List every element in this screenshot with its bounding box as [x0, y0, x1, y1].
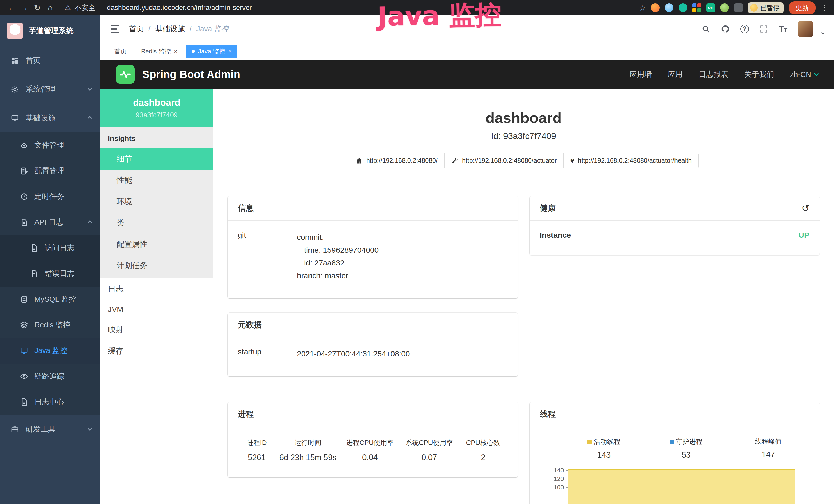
app-logo-icon: [7, 23, 23, 39]
sidebar-item-error-logs[interactable]: 错误日志: [0, 261, 100, 287]
back-icon[interactable]: ←: [6, 2, 18, 14]
active-tab-dot: [192, 50, 195, 53]
locale-label: zh-CN: [790, 70, 811, 79]
metadata-card: 元数据 startup 2021-04-27T00:44:31.254+08:0…: [227, 313, 518, 376]
sba-nav-wallboard[interactable]: 应用墙: [630, 69, 652, 79]
health-instance-row[interactable]: Instance UP: [540, 231, 810, 246]
sidebar-item-mysql-monitor[interactable]: MySQL 监控: [0, 287, 100, 312]
refresh-icon[interactable]: ↻: [31, 2, 43, 14]
sync-extension-icon[interactable]: [679, 3, 687, 12]
browser-menu-icon[interactable]: ⋮: [821, 4, 828, 12]
sidebar-item-label: 文件管理: [35, 140, 64, 151]
tab-redis-monitor[interactable]: Redis 监控 ×: [136, 45, 183, 58]
service-url-button[interactable]: http://192.168.0.2:48080/: [349, 153, 445, 168]
sidebar-item-api-logs[interactable]: API 日志: [0, 209, 100, 235]
sba-item-jvm[interactable]: JVM: [100, 300, 213, 319]
sba-item-metrics[interactable]: 性能: [100, 170, 213, 191]
bookmark-star-icon[interactable]: ☆: [639, 3, 646, 12]
threads-card: 线程 活动线程 143: [530, 402, 820, 504]
github-icon[interactable]: [721, 24, 730, 33]
leaf-extension-icon[interactable]: [720, 3, 729, 12]
sba-item-logs[interactable]: 日志: [100, 278, 213, 300]
sba-app-header[interactable]: dashboard 93a3fc7f7409: [100, 89, 213, 127]
page-title: dashboard: [227, 109, 820, 126]
sidebar-item-label: API 日志: [35, 217, 63, 228]
clock-icon: [20, 192, 28, 201]
sidebar-item-file-management[interactable]: 文件管理: [0, 133, 100, 158]
locale-selector[interactable]: zh-CN: [790, 70, 818, 79]
history-icon[interactable]: ↺: [802, 203, 809, 214]
app-logo-row[interactable]: 芋道管理系统: [0, 16, 100, 46]
switch-extension-icon[interactable]: on: [706, 3, 715, 12]
sba-item-configprops[interactable]: 配置属性: [100, 234, 213, 255]
legend-live-threads: 活动线程 143: [563, 437, 645, 460]
wrench-icon: [451, 157, 459, 164]
address-bar[interactable]: ⚠ 不安全 dashboard.yudao.iocoder.cn/infra/a…: [65, 3, 252, 12]
health-url: http://192.168.0.2:48080/actuator/health: [578, 157, 692, 164]
sidebar-item-label: 系统管理: [26, 84, 56, 94]
system-cpu-value: 0.07: [400, 451, 459, 468]
sba-item-classes[interactable]: 类: [100, 212, 213, 234]
blocks-extension-icon[interactable]: [693, 3, 701, 12]
home-icon[interactable]: ⌂: [44, 2, 56, 14]
sidebar-item-infra[interactable]: 基础设施: [0, 104, 100, 133]
sba-nav-applications[interactable]: 应用: [668, 69, 683, 79]
close-icon[interactable]: ×: [174, 48, 177, 54]
col-cpu-cores: CPU核心数: [459, 437, 507, 451]
sidebar-item-system[interactable]: 系统管理: [0, 75, 100, 104]
fox-extension-icon[interactable]: [651, 3, 660, 12]
sba-item-caches[interactable]: 缓存: [100, 340, 213, 362]
sidebar-item-devtools[interactable]: 研发工具: [0, 415, 100, 444]
sidebar-item-label: 错误日志: [45, 269, 74, 279]
sidebar-item-java-monitor[interactable]: Java 监控: [0, 338, 100, 364]
sba-item-details[interactable]: 细节: [100, 148, 213, 170]
update-button[interactable]: 更新: [789, 1, 815, 15]
health-url-button[interactable]: ♥ http://192.168.0.2:48080/actuator/heal…: [564, 153, 699, 168]
legend-value: 143: [563, 450, 645, 460]
search-icon[interactable]: [701, 24, 710, 33]
text-size-icon[interactable]: TT: [779, 24, 787, 33]
card-row-3: 进程 进程ID 运行时间 进程CPU使用率 系统CPU使用率 CPU核心数: [227, 402, 820, 504]
forward-icon[interactable]: →: [19, 2, 30, 14]
tab-home[interactable]: 首页: [109, 45, 132, 58]
drop-extension-icon[interactable]: [665, 3, 674, 12]
sba-section-label: Insights: [100, 127, 213, 148]
sidebar-item-access-logs[interactable]: 访问日志: [0, 235, 100, 261]
tab-label: Java 监控: [198, 47, 225, 55]
paused-badge-label: 已暂停: [760, 4, 780, 12]
sidebar-item-scheduled-jobs[interactable]: 定时任务: [0, 184, 100, 209]
avatar[interactable]: [797, 21, 813, 37]
threads-card-header: 线程: [530, 402, 820, 427]
chevron-up-icon: [88, 116, 92, 120]
paused-badge[interactable]: 已暂停: [748, 2, 784, 13]
sba-item-scheduled-tasks[interactable]: 计划任务: [100, 255, 213, 276]
git-branch-line: branch: master: [297, 269, 507, 282]
sidebar-item-log-center[interactable]: 日志中心: [0, 389, 100, 415]
metadata-card-body: startup 2021-04-27T00:44:31.254+08:00: [227, 337, 518, 376]
breadcrumb-home[interactable]: 首页: [129, 24, 144, 34]
sba-item-environment[interactable]: 环境: [100, 191, 213, 212]
hamburger-icon[interactable]: [110, 25, 120, 33]
sba-nav-about[interactable]: 关于我们: [744, 69, 774, 79]
sidebar-item-tracing[interactable]: 链路追踪: [0, 364, 100, 389]
help-icon[interactable]: ?: [740, 25, 749, 33]
sba-item-mappings[interactable]: 映射: [100, 319, 213, 340]
sba-nav-journal[interactable]: 日志报表: [699, 69, 728, 79]
warning-icon: ⚠: [65, 4, 71, 12]
actuator-url-button[interactable]: http://192.168.0.2:48080/actuator: [445, 153, 564, 168]
chevron-down-icon: [88, 427, 92, 431]
legend-daemon-threads: 守护进程 53: [645, 437, 727, 460]
process-table-values: 5261 6d 23h 15m 59s 0.04 0.07 2: [238, 451, 507, 468]
threads-legend: 活动线程 143 守护进程 53: [540, 437, 810, 460]
sidebar-item-config-management[interactable]: 配置管理: [0, 158, 100, 184]
threads-chart-y-axis: 140 120 100: [540, 466, 568, 504]
puzzle-extension-icon[interactable]: [734, 3, 743, 12]
status-badge: UP: [798, 231, 809, 239]
close-icon[interactable]: ×: [228, 48, 232, 54]
fullscreen-icon[interactable]: [759, 24, 768, 33]
sidebar-item-redis-monitor[interactable]: Redis 监控: [0, 312, 100, 338]
y-tick: 100: [553, 484, 564, 491]
breadcrumb-infra[interactable]: 基础设施: [155, 24, 185, 34]
tab-java-monitor[interactable]: Java 监控 ×: [186, 45, 237, 58]
sidebar-item-home[interactable]: 首页: [0, 46, 100, 75]
